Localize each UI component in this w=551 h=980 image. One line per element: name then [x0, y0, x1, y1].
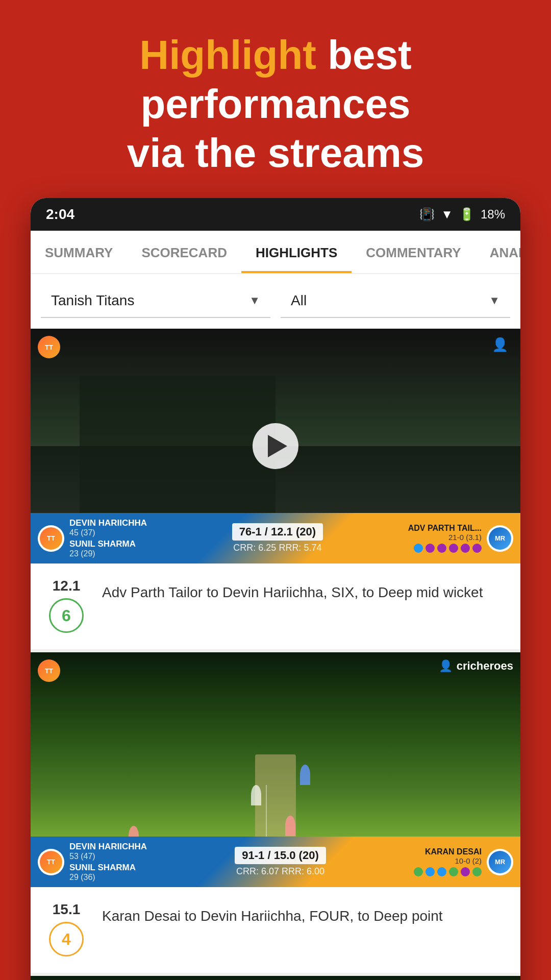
video-2[interactable]: TT 👤 cricheroes TT DEVIN HARIICHHA 53 (4…	[31, 652, 520, 887]
status-time: 2:04	[46, 206, 74, 223]
score-main-2: 91-1 / 15.0 (20)	[235, 847, 325, 864]
over-number-2: 15.1	[41, 901, 92, 918]
tab-commentary[interactable]: COMMENTARY	[352, 231, 475, 273]
highlight-item-2: TT 👤 cricheroes TT DEVIN HARIICHHA 53 (4…	[31, 652, 520, 971]
batter1-name-2: DEVIN HARIICHHA	[69, 842, 147, 852]
filters-row: Tanish Titans ▼ All ▼	[31, 274, 520, 329]
ball-2	[425, 544, 435, 553]
over-info-1: 12.1 6	[41, 578, 92, 633]
commentary-1: 12.1 6 Adv Parth Tailor to Devin Hariich…	[31, 564, 520, 647]
play-icon-1	[268, 435, 287, 457]
type-filter-label: All	[291, 292, 307, 309]
run-badge-1: 6	[49, 598, 84, 633]
ball-4	[449, 544, 458, 553]
player-2	[285, 816, 295, 836]
batter2-score-1: 23 (29)	[69, 549, 147, 558]
over-info-2: 15.1 4	[41, 901, 92, 957]
team-filter-label: Tanish Titans	[51, 292, 134, 309]
prisha-logo: TT	[38, 336, 60, 358]
bowler-score-1: 21-0 (3.1)	[408, 533, 482, 542]
cricheroes-logo-2: 👤 cricheroes	[439, 659, 513, 673]
score-overlay-1: TT DEVIN HARIICHHA 45 (37) SUNIL SHARMA …	[31, 513, 520, 564]
ball2-1	[414, 867, 423, 876]
tt-logo-2: TT	[40, 851, 62, 873]
over-number-1: 12.1	[41, 578, 92, 594]
highlight-word: Highlight	[139, 32, 316, 78]
team-logo-top-left-1: TT	[38, 336, 60, 358]
crr-1: CRR: 6.25 RRR: 5.74	[152, 543, 403, 553]
cricheroes-icon: 👤	[492, 337, 508, 353]
player-3	[300, 765, 310, 785]
battery-icon: 🔋	[459, 207, 474, 222]
prisha-logo-2: TT	[38, 659, 60, 682]
ball2-3	[437, 867, 446, 876]
ball-5	[461, 544, 470, 553]
video-1[interactable]: TT 👤 TT DEVIN HARIICHHA 45 (37) SUNIL SH…	[31, 329, 520, 564]
page-title: Highlight best performancesvia the strea…	[20, 31, 531, 178]
crr-2: CRR: 6.07 RRR: 6.00	[152, 866, 409, 877]
comm-desc-1: Adv Parth Tailor to Devin Hariichha, SIX…	[102, 578, 483, 603]
commentary-2: 15.1 4 Karan Desai to Devin Hariichha, F…	[31, 887, 520, 971]
ball2-4	[449, 867, 458, 876]
ball2-2	[425, 867, 435, 876]
balls-row-1	[408, 544, 482, 553]
team-filter-dropdown[interactable]: Tanish Titans ▼	[41, 284, 270, 318]
score-overlay-2: TT DEVIN HARIICHHA 53 (47) SUNIL SHARMA …	[31, 837, 520, 887]
batter1-score-2: 53 (47)	[69, 852, 147, 861]
ball-3	[437, 544, 446, 553]
comm-desc-2: Karan Desai to Devin Hariichha, FOUR, to…	[102, 901, 443, 927]
bowler-score-2: 10-0 (2)	[414, 856, 482, 865]
cricheroes-text-2: cricheroes	[457, 659, 513, 673]
batter2-score-2: 29 (36)	[69, 873, 147, 882]
left-team-logo-2: TT	[38, 849, 64, 875]
team-dropdown-arrow: ▼	[249, 294, 260, 307]
score-center-2: 91-1 / 15.0 (20) CRR: 6.07 RRR: 6.00	[152, 847, 409, 877]
team-logo-top-left-2: TT	[38, 659, 60, 682]
wifi-icon: ▼	[441, 207, 453, 222]
tab-scorecard[interactable]: SCORECARD	[127, 231, 241, 273]
bowler-name-2: KARAN DESAI	[414, 847, 482, 856]
batters-info-2: DEVIN HARIICHHA 53 (47) SUNIL SHARMA 29 …	[69, 842, 147, 882]
mr-logo-2: MR	[489, 851, 511, 873]
vibrate-icon: 📳	[419, 207, 435, 222]
batters-info-1: DEVIN HARIICHHA 45 (37) SUNIL SHARMA 23 …	[69, 518, 147, 558]
right-team-logo-2: MR	[487, 849, 513, 875]
cricheroes-logo-1: 👤	[492, 337, 512, 353]
phone-mockup: 2:04 📳 ▼ 🔋 18% SUMMARY SCORECARD HIGHLIG…	[31, 198, 520, 980]
tab-analysis[interactable]: ANALY	[475, 231, 520, 273]
cricheroes-icon-2: 👤	[439, 659, 453, 673]
batter2-name-2: SUNIL SHARMA	[69, 863, 147, 873]
batter2-name-1: SUNIL SHARMA	[69, 539, 147, 549]
ball-6	[472, 544, 482, 553]
type-filter-dropdown[interactable]: All ▼	[281, 284, 510, 318]
player-1	[251, 785, 261, 805]
page-header: Highlight best performancesvia the strea…	[0, 0, 551, 198]
tabs-bar: SUMMARY SCORECARD HIGHLIGHTS COMMENTARY …	[31, 231, 520, 274]
battery-level: 18%	[481, 207, 505, 222]
right-team-logo-1: MR	[487, 525, 513, 552]
mr-logo-1: MR	[489, 527, 511, 550]
balls-row-2	[414, 867, 482, 876]
run-badge-2: 4	[49, 922, 84, 957]
status-bar: 2:04 📳 ▼ 🔋 18%	[31, 198, 520, 231]
ball2-5	[461, 867, 470, 876]
batter1-score-1: 45 (37)	[69, 528, 147, 537]
ball-1	[414, 544, 423, 553]
tt-logo-1: TT	[40, 527, 62, 550]
left-team-logo-1: TT	[38, 525, 64, 552]
tab-highlights[interactable]: HIGHLIGHTS	[241, 231, 352, 273]
score-center-1: 76-1 / 12.1 (20) CRR: 6.25 RRR: 5.74	[152, 523, 403, 553]
batter1-name-1: DEVIN HARIICHHA	[69, 518, 147, 528]
ball2-6	[472, 867, 482, 876]
teaser-bg	[31, 976, 520, 980]
status-icons: 📳 ▼ 🔋 18%	[419, 207, 505, 222]
bowler-info-2: KARAN DESAI 10-0 (2)	[414, 847, 482, 876]
highlight-item-3-teaser[interactable]	[31, 976, 520, 980]
bowler-info-1: ADV PARTH TAIL... 21-0 (3.1)	[408, 524, 482, 553]
bowler-name-1: ADV PARTH TAIL...	[408, 524, 482, 533]
score-main-1: 76-1 / 12.1 (20)	[232, 523, 323, 541]
type-dropdown-arrow: ▼	[489, 294, 500, 307]
highlight-item-1: TT 👤 TT DEVIN HARIICHHA 45 (37) SUNIL SH…	[31, 329, 520, 647]
tab-summary[interactable]: SUMMARY	[31, 231, 127, 273]
play-button-1[interactable]	[253, 423, 298, 469]
